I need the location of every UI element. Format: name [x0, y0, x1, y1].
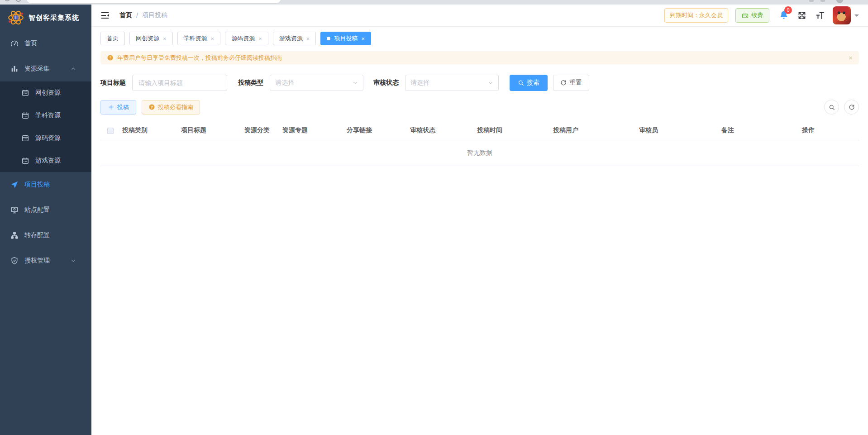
chevron-down-icon [488, 80, 493, 86]
close-icon[interactable]: × [849, 54, 853, 62]
paper-plane-icon [10, 181, 19, 189]
column-header[interactable]: 投稿用户 [551, 121, 637, 140]
tab-label: 网创资源 [136, 34, 159, 43]
wallet-icon [742, 12, 749, 19]
collection-icon [21, 157, 29, 165]
column-header[interactable]: 项目标题 [179, 121, 243, 140]
column-header[interactable]: 资源专题 [281, 121, 345, 140]
avatar-caret-icon[interactable] [854, 14, 859, 19]
svg-text:?: ? [151, 105, 153, 110]
add-submission-button[interactable]: 投稿 [100, 100, 136, 115]
sidebar-item-collect[interactable]: 资源采集 [0, 56, 91, 81]
column-header[interactable]: 资源分类 [243, 121, 281, 140]
table-refresh-button[interactable] [844, 100, 859, 115]
table-search-button[interactable] [824, 100, 839, 115]
main-content: 首页 / 项目投稿 到期时间：永久会员 续费 [91, 5, 868, 435]
collection-icon [21, 89, 29, 97]
sidebar-item-label: 资源采集 [24, 65, 50, 73]
atom-logo-icon [7, 9, 24, 26]
column-header[interactable]: 审核状态 [408, 121, 475, 140]
column-header[interactable]: 审核员 [637, 121, 720, 140]
sidebar-item-game-resources[interactable]: 游戏资源 [0, 149, 91, 172]
column-header[interactable]: 操作 [800, 121, 859, 140]
search-icon [518, 80, 524, 86]
browser-reload-icon [15, 0, 21, 2]
sidebar-item-label: 网创资源 [35, 89, 61, 97]
app-root: 智创客采集系统 首页 资源采集 [0, 5, 868, 435]
tab-source-resources[interactable]: 源码资源 × [225, 32, 268, 45]
sidebar-item-home[interactable]: 首页 [0, 31, 91, 56]
breadcrumb-home[interactable]: 首页 [119, 11, 132, 19]
breadcrumb-current: 项目投稿 [142, 11, 167, 19]
sidebar-item-project-submit[interactable]: 项目投稿 [0, 172, 91, 197]
search-button[interactable]: 搜索 [510, 75, 548, 91]
tab-label: 首页 [107, 34, 119, 43]
type-filter-label: 投稿类型 [238, 79, 263, 87]
chevron-down-icon [69, 258, 77, 263]
status-filter-label: 审核状态 [373, 79, 399, 87]
browser-extension-icon [809, 0, 814, 2]
notice-alert: 年费用户每日享受免费投稿一次，投稿前务必仔细阅读投稿指南 × [100, 51, 859, 64]
action-bar: 投稿 ? 投稿必看指南 [91, 91, 868, 115]
reset-button[interactable]: 重置 [553, 75, 589, 91]
browser-profile-avatar [836, 0, 843, 3]
topbar-right: 到期时间：永久会员 续费 0 [664, 6, 859, 24]
submission-guide-button[interactable]: ? 投稿必看指南 [142, 100, 200, 115]
title-filter-input[interactable] [132, 75, 227, 91]
sidebar-item-label: 授权管理 [24, 257, 50, 265]
user-avatar[interactable] [833, 6, 851, 24]
font-size-icon[interactable] [816, 11, 825, 20]
sidebar-item-label: 首页 [24, 39, 37, 48]
sidebar-item-transfer-config[interactable]: 转存配置 [0, 223, 91, 248]
tab-label: 源码资源 [231, 34, 255, 43]
column-header[interactable]: 投稿时间 [475, 121, 551, 140]
tab-project-submit[interactable]: 项目投稿 × [320, 32, 371, 45]
table-tools [824, 100, 859, 115]
tab-game-resources[interactable]: 游戏资源 × [273, 32, 316, 45]
close-icon[interactable]: × [211, 36, 215, 42]
close-icon[interactable]: × [361, 36, 365, 42]
sidebar-item-source-resources[interactable]: 源码资源 [0, 127, 91, 149]
sidebar-item-label: 项目投稿 [24, 181, 50, 189]
browser-back-icon [5, 0, 10, 1]
breadcrumb-separator: / [136, 12, 138, 19]
close-icon[interactable]: × [306, 36, 310, 42]
renew-button[interactable]: 续费 [735, 8, 769, 23]
tab-subject-resources[interactable]: 学科资源 × [177, 32, 221, 45]
tab-home[interactable]: 首页 [100, 32, 125, 45]
fullscreen-icon[interactable] [797, 11, 806, 20]
select-all-checkbox[interactable] [107, 128, 114, 134]
sidebar-item-web-resources[interactable]: 网创资源 [0, 81, 91, 104]
breadcrumb: 首页 / 项目投稿 [119, 11, 167, 19]
notification-bell[interactable]: 0 [779, 10, 788, 20]
plus-icon [108, 104, 114, 110]
empty-row: 暂无数据 [100, 140, 859, 166]
close-icon[interactable]: × [163, 36, 167, 42]
dashboard-icon [10, 39, 19, 48]
tab-label: 学科资源 [184, 34, 207, 43]
column-header[interactable]: 分享链接 [345, 121, 408, 140]
refresh-icon [849, 104, 855, 110]
sidebar: 智创客采集系统 首页 资源采集 [0, 5, 91, 435]
column-header[interactable]: 投稿类别 [120, 121, 179, 140]
tab-web-resources[interactable]: 网创资源 × [129, 32, 173, 45]
table-header-row: 投稿类别 项目标题 资源分类 资源专题 分享链接 审核状态 投稿时间 投稿用户 … [100, 121, 859, 140]
sidebar-item-subject-resources[interactable]: 学科资源 [0, 104, 91, 127]
add-submission-label: 投稿 [117, 103, 129, 111]
sidebar-collapse-icon[interactable] [100, 11, 110, 20]
search-icon [829, 104, 835, 110]
sidebar-item-auth-manage[interactable]: 授权管理 [0, 248, 91, 273]
type-select-placeholder: 请选择 [275, 79, 294, 87]
sidebar-item-label: 转存配置 [24, 231, 50, 239]
close-icon[interactable]: × [258, 36, 262, 42]
submissions-table: 投稿类别 项目标题 资源分类 资源专题 分享链接 审核状态 投稿时间 投稿用户 … [100, 121, 859, 166]
column-header[interactable]: 备注 [720, 121, 800, 140]
title-filter-label: 项目标题 [100, 79, 126, 87]
status-filter-select[interactable]: 请选择 [405, 75, 499, 91]
renew-label: 续费 [751, 11, 763, 19]
expiry-tag: 到期时间：永久会员 [664, 8, 728, 23]
sidebar-item-site-config[interactable]: 站点配置 [0, 197, 91, 223]
select-all-cell [100, 121, 120, 140]
active-dot-icon [327, 37, 330, 40]
type-filter-select[interactable]: 请选择 [270, 75, 363, 91]
